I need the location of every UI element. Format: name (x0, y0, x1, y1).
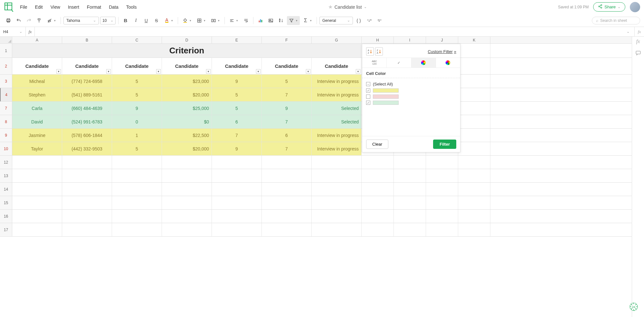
row-header[interactable]: 14 (0, 183, 12, 196)
cell[interactable]: Taylor (12, 142, 62, 155)
filter-dropdown-icon[interactable]: ▾ (206, 69, 211, 74)
header-cell[interactable]: Candidate▾ (262, 58, 312, 74)
share-button[interactable]: Share ⌄ (593, 2, 625, 12)
cell[interactable] (458, 44, 490, 58)
cell[interactable]: David (12, 115, 62, 128)
cell[interactable]: (660) 484-4639 (62, 102, 112, 115)
row-header[interactable]: 16 (0, 210, 12, 223)
chevron-down-icon[interactable]: ⌄ (364, 5, 367, 9)
document-title-area[interactable]: ★ Candidate list ⌄ (137, 4, 558, 10)
row-header[interactable]: 15 (0, 196, 12, 209)
cell[interactable] (262, 196, 312, 209)
underline-icon[interactable]: U (142, 16, 151, 25)
cell[interactable]: (578) 606-1844 (62, 129, 112, 142)
cell[interactable] (12, 183, 62, 196)
cell[interactable] (458, 75, 490, 88)
header-cell[interactable]: Candidate▾ (212, 58, 262, 74)
cell[interactable] (362, 156, 394, 169)
cell[interactable] (262, 223, 312, 236)
cell[interactable] (212, 210, 262, 223)
cell[interactable] (162, 183, 212, 196)
cell[interactable] (362, 223, 394, 236)
row-header[interactable]: 9 (0, 129, 12, 142)
cell[interactable]: 0 (112, 115, 162, 128)
cell[interactable] (458, 58, 490, 74)
cell[interactable]: 9 (212, 75, 262, 88)
cell[interactable]: Stephen (12, 88, 62, 101)
column-header-e[interactable]: E (212, 37, 262, 43)
cell[interactable] (458, 156, 490, 169)
menu-tools[interactable]: Tools (126, 5, 137, 10)
cell[interactable] (312, 183, 362, 196)
cell[interactable] (112, 210, 162, 223)
row-header[interactable]: 13 (0, 169, 12, 182)
cell[interactable] (262, 210, 312, 223)
help-fab-icon[interactable]: 24 (628, 301, 639, 312)
cell[interactable]: 7 (212, 129, 262, 142)
filter-color-item[interactable] (366, 94, 456, 100)
font-select[interactable]: Tahoma⌄ (63, 17, 99, 24)
filter-select-all[interactable]: (Select All) (366, 81, 456, 87)
cell[interactable] (458, 169, 490, 182)
chevron-down-icon[interactable]: ▾ (310, 19, 314, 22)
cell[interactable] (62, 183, 112, 196)
cell[interactable] (162, 223, 212, 236)
clear-button[interactable]: Clear (366, 140, 388, 149)
cell[interactable] (262, 169, 312, 182)
cell[interactable]: (541) 889-5161 (62, 88, 112, 101)
checkbox-icon[interactable] (366, 101, 370, 105)
cell[interactable]: Carla (12, 102, 62, 115)
cell[interactable]: 5 (112, 88, 162, 101)
filter-tab-value[interactable]: ✓ (387, 58, 411, 68)
comment-sidebar-icon[interactable] (635, 50, 641, 57)
cell[interactable] (426, 196, 458, 209)
cell[interactable] (426, 210, 458, 223)
cell[interactable] (312, 169, 362, 182)
row-header[interactable]: 4 (0, 88, 12, 101)
cell[interactable] (312, 196, 362, 209)
cell[interactable] (458, 210, 490, 223)
merge-cells-icon[interactable] (209, 16, 218, 25)
cell[interactable]: 1 (112, 129, 162, 142)
cell[interactable]: 5 (212, 88, 262, 101)
cell[interactable] (362, 183, 394, 196)
cell[interactable] (458, 183, 490, 196)
cell[interactable] (62, 210, 112, 223)
cell[interactable] (394, 210, 426, 223)
cell[interactable]: 5 (112, 142, 162, 155)
cell-reference-input[interactable]: H4 ⌄ (0, 27, 26, 36)
filter-button[interactable]: Filter (433, 140, 456, 149)
redo-icon[interactable] (24, 16, 33, 25)
filter-dropdown-icon[interactable]: ▾ (56, 69, 61, 74)
row-header[interactable]: 10 (0, 142, 12, 155)
row-header[interactable]: 1 (0, 44, 12, 58)
cell[interactable] (162, 169, 212, 182)
print-icon[interactable] (4, 16, 13, 25)
chevron-down-icon[interactable]: ▾ (54, 19, 58, 22)
chevron-down-icon[interactable]: ▾ (204, 19, 208, 22)
cell[interactable] (212, 196, 262, 209)
column-header-h[interactable]: H (362, 37, 394, 43)
cell[interactable]: 5 (262, 75, 312, 88)
cell[interactable] (362, 210, 394, 223)
filter-icon[interactable] (287, 16, 296, 25)
decrease-decimal-icon[interactable]: .0.00 (365, 16, 374, 25)
sort-desc-button[interactable]: ZA (375, 47, 383, 56)
filter-dropdown-icon[interactable]: ▾ (306, 69, 310, 74)
cell[interactable]: Interview in progress (312, 142, 362, 155)
format-painter-icon[interactable] (35, 16, 44, 25)
cell[interactable] (426, 183, 458, 196)
cell[interactable] (112, 169, 162, 182)
cell[interactable]: $23,000 (162, 75, 212, 88)
chevron-down-icon[interactable]: ▾ (296, 19, 300, 22)
italic-icon[interactable]: I (131, 16, 140, 25)
filter-color-item[interactable] (366, 100, 456, 106)
cell[interactable]: 9 (112, 102, 162, 115)
column-header-b[interactable]: B (62, 37, 112, 43)
row-header[interactable]: 8 (0, 115, 12, 128)
header-cell[interactable]: Candidate▾ (312, 58, 362, 74)
cell[interactable] (112, 156, 162, 169)
menu-format[interactable]: Format (87, 5, 101, 10)
cell[interactable] (212, 183, 262, 196)
cell[interactable] (212, 169, 262, 182)
